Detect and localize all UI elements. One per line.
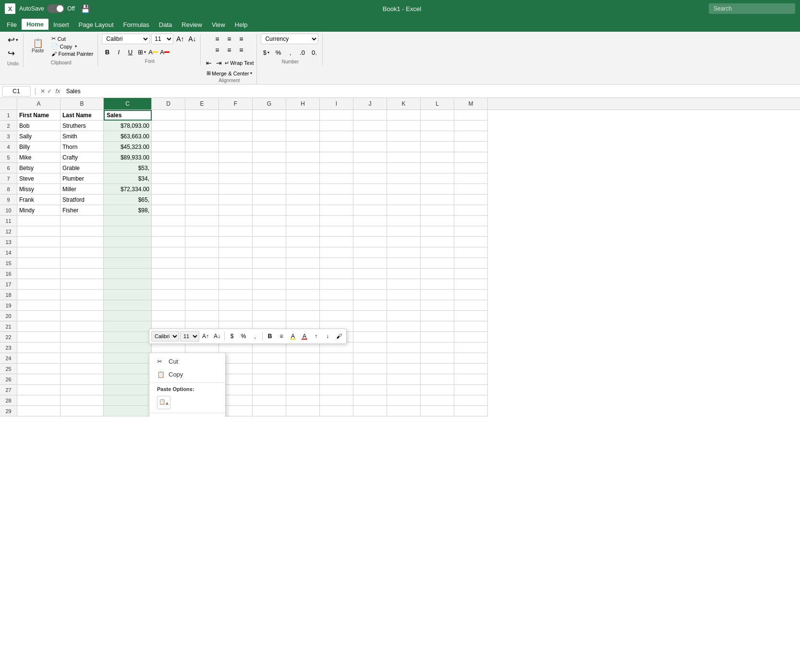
cell-b29[interactable]: [61, 406, 104, 416]
redo-button[interactable]: ↪: [6, 47, 20, 60]
cell-empty[interactable]: [185, 300, 219, 311]
cell-empty[interactable]: [320, 226, 353, 237]
row-header-13[interactable]: 13: [0, 237, 17, 247]
cell-empty[interactable]: [353, 269, 387, 279]
cell-empty[interactable]: [421, 300, 454, 311]
cell-empty[interactable]: [253, 385, 286, 395]
cell-empty[interactable]: [152, 205, 185, 216]
cell-b7[interactable]: Plumber: [61, 173, 104, 184]
bold-button[interactable]: B: [102, 47, 112, 57]
mini-bold[interactable]: B: [265, 331, 275, 342]
row-header-9[interactable]: 9: [0, 195, 17, 205]
cell-empty[interactable]: [253, 311, 286, 321]
row-header-3[interactable]: 3: [0, 131, 17, 142]
cell-empty[interactable]: [286, 247, 320, 258]
cell-empty[interactable]: [320, 269, 353, 279]
cell-empty[interactable]: [253, 300, 286, 311]
col-header-g[interactable]: G: [253, 98, 286, 110]
cell-empty[interactable]: [454, 216, 488, 226]
cell-empty[interactable]: [253, 216, 286, 226]
row-header-7[interactable]: 7: [0, 173, 17, 184]
cell-empty[interactable]: [421, 121, 454, 131]
cell-empty[interactable]: [286, 142, 320, 152]
cell-empty[interactable]: [320, 184, 353, 195]
cell-c15[interactable]: [104, 258, 152, 269]
cell-c22[interactable]: [104, 332, 152, 342]
cell-empty[interactable]: [353, 110, 387, 121]
mini-comma[interactable]: ,: [250, 331, 260, 342]
cell-empty[interactable]: [286, 131, 320, 142]
cell-empty[interactable]: [353, 173, 387, 184]
cell-empty[interactable]: [421, 353, 454, 364]
cell-a1[interactable]: First Name: [17, 110, 61, 121]
cell-empty[interactable]: [286, 110, 320, 121]
cell-empty[interactable]: [320, 163, 353, 173]
row-header-28[interactable]: 28: [0, 395, 17, 406]
cell-empty[interactable]: [353, 300, 387, 311]
cell-empty[interactable]: [320, 342, 353, 353]
cell-empty[interactable]: [454, 269, 488, 279]
cell-empty[interactable]: [152, 152, 185, 163]
cell-empty[interactable]: [286, 290, 320, 300]
ctx-cut[interactable]: ✂ Cut: [149, 355, 225, 368]
cell-empty[interactable]: [185, 131, 219, 142]
cell-c19[interactable]: [104, 300, 152, 311]
cell-empty[interactable]: [387, 332, 421, 342]
cell-b20[interactable]: [61, 311, 104, 321]
row-header-27[interactable]: 27: [0, 385, 17, 395]
cell-b21[interactable]: [61, 321, 104, 332]
cell-empty[interactable]: [353, 205, 387, 216]
cell-a22[interactable]: [17, 332, 61, 342]
cell-a24[interactable]: [17, 353, 61, 364]
cell-c3[interactable]: $63,663.00: [104, 131, 152, 142]
cell-b22[interactable]: [61, 332, 104, 342]
cell-empty[interactable]: [286, 184, 320, 195]
cell-c20[interactable]: [104, 311, 152, 321]
cell-empty[interactable]: [421, 110, 454, 121]
cell-empty[interactable]: [286, 226, 320, 237]
cell-b5[interactable]: Crafty: [61, 152, 104, 163]
cell-c2[interactable]: $78,093.00: [104, 121, 152, 131]
cell-empty[interactable]: [185, 163, 219, 173]
cell-empty[interactable]: [219, 205, 253, 216]
cell-empty[interactable]: [152, 121, 185, 131]
row-header-12[interactable]: 12: [0, 226, 17, 237]
col-header-a[interactable]: A: [17, 98, 61, 110]
cell-empty[interactable]: [421, 342, 454, 353]
cell-empty[interactable]: [253, 353, 286, 364]
menu-insert[interactable]: Insert: [48, 19, 74, 30]
formula-input[interactable]: [64, 86, 798, 97]
cell-a28[interactable]: [17, 395, 61, 406]
cell-empty[interactable]: [353, 374, 387, 385]
col-header-j[interactable]: J: [353, 98, 387, 110]
cell-empty[interactable]: [454, 342, 488, 353]
cell-a10[interactable]: Mindy: [17, 205, 61, 216]
cell-empty[interactable]: [454, 353, 488, 364]
cell-c11[interactable]: [104, 216, 152, 226]
cell-empty[interactable]: [253, 290, 286, 300]
cell-empty[interactable]: [185, 237, 219, 247]
cell-empty[interactable]: [286, 279, 320, 290]
cell-empty[interactable]: [219, 279, 253, 290]
cell-empty[interactable]: [421, 247, 454, 258]
cell-empty[interactable]: [320, 406, 353, 416]
cell-empty[interactable]: [320, 300, 353, 311]
comma-format-button[interactable]: ,: [285, 47, 295, 58]
cell-empty[interactable]: [286, 311, 320, 321]
mini-increase-font[interactable]: A↑: [200, 331, 211, 342]
cell-empty[interactable]: [387, 110, 421, 121]
cell-a18[interactable]: [17, 290, 61, 300]
cell-empty[interactable]: [454, 374, 488, 385]
cell-empty[interactable]: [320, 247, 353, 258]
cell-empty[interactable]: [185, 195, 219, 205]
cell-empty[interactable]: [387, 205, 421, 216]
cell-a6[interactable]: Betsy: [17, 163, 61, 173]
cell-empty[interactable]: [253, 247, 286, 258]
cell-empty[interactable]: [286, 152, 320, 163]
cell-empty[interactable]: [353, 311, 387, 321]
cell-a26[interactable]: [17, 374, 61, 385]
align-center[interactable]: ≡: [223, 45, 235, 55]
cell-a16[interactable]: [17, 269, 61, 279]
row-header-8[interactable]: 8: [0, 184, 17, 195]
format-painter-button[interactable]: 🖌 Format Painter: [50, 50, 95, 57]
